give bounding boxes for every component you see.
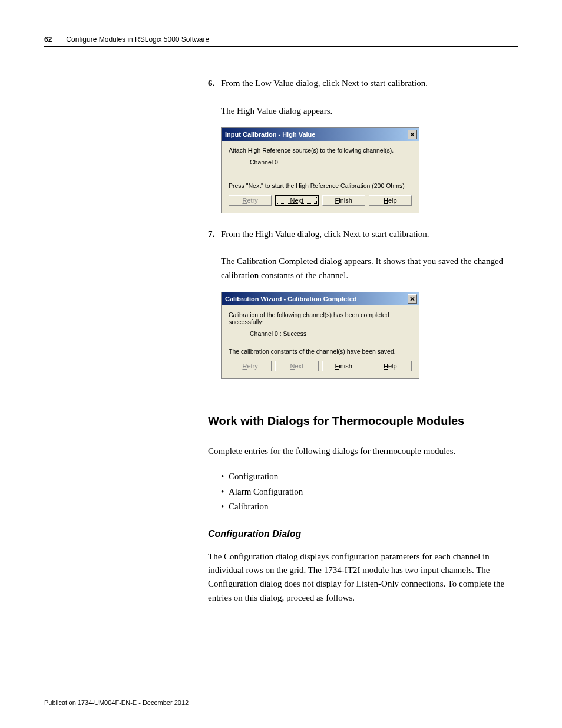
step-6: 6. From the Low Value dialog, click Next…: [208, 77, 518, 90]
list-item: Alarm Configuration: [229, 485, 518, 500]
dialog-titlebar: Input Calibration - High Value: [222, 128, 419, 141]
section-intro: Complete entries for the following dialo…: [208, 444, 518, 458]
step-7: 7. From the High Value dialog, click Nex…: [208, 228, 518, 241]
retry-button: Retry: [229, 195, 272, 206]
close-icon[interactable]: [408, 294, 417, 304]
page-number: 62: [44, 35, 52, 44]
close-icon[interactable]: [408, 130, 417, 139]
dialog-titlebar: Calibration Wizard - Calibration Complet…: [222, 292, 419, 305]
dialog-title: Calibration Wizard - Calibration Complet…: [225, 295, 357, 302]
dialog-body: Calibration of the following channel(s) …: [222, 305, 419, 378]
list-item: Calibration: [229, 499, 518, 515]
dialog-buttons: Retry Next Finish Help: [229, 361, 412, 371]
dialog-channel: Channel 0: [250, 159, 412, 166]
section-heading: Work with Dialogs for Thermocouple Modul…: [208, 414, 518, 428]
step-number: 6.: [208, 77, 221, 90]
step-text: From the High Value dialog, click Next t…: [221, 228, 429, 241]
finish-button[interactable]: Finish: [322, 361, 365, 371]
dialog-text-1: Calibration of the following channel(s) …: [229, 311, 412, 325]
page-header: 62 Configure Modules in RSLogix 5000 Sof…: [44, 35, 518, 47]
dialog-text-2: The calibration constants of the channel…: [229, 348, 412, 355]
dialog-body: Attach High Reference source(s) to the f…: [222, 141, 419, 213]
step-6-follow: The High Value dialog appears.: [221, 104, 518, 118]
dialog-channel: Channel 0 : Success: [250, 330, 412, 337]
main-content: 6. From the Low Value dialog, click Next…: [208, 77, 518, 605]
help-button[interactable]: Help: [369, 195, 412, 206]
bullet-list: Configuration Alarm Configuration Calibr…: [229, 469, 518, 515]
step-7-follow: The Calibration Completed dialog appears…: [221, 255, 518, 282]
dialog-text-1: Attach High Reference source(s) to the f…: [229, 147, 412, 154]
step-text: From the Low Value dialog, click Next to…: [221, 77, 428, 90]
dialog-high-value: Input Calibration - High Value Attach Hi…: [221, 127, 419, 213]
finish-button[interactable]: Finish: [322, 195, 365, 206]
next-button[interactable]: Next: [275, 195, 318, 206]
dialog-buttons: Retry Next Finish Help: [229, 195, 412, 206]
step-number: 7.: [208, 228, 221, 241]
dialog-text-2: Press "Next" to start the High Reference…: [229, 182, 412, 189]
help-button[interactable]: Help: [369, 361, 412, 371]
dialog-calibration-completed: Calibration Wizard - Calibration Complet…: [221, 292, 419, 379]
subsection-heading: Configuration Dialog: [208, 529, 518, 539]
list-item: Configuration: [229, 469, 518, 485]
retry-button: Retry: [229, 361, 272, 371]
next-button: Next: [275, 361, 318, 371]
page-footer: Publication 1734-UM004F-EN-E - December …: [44, 699, 518, 706]
dialog-title: Input Calibration - High Value: [225, 131, 315, 138]
body-paragraph: The Configuration dialog displays config…: [208, 550, 518, 605]
header-section-title: Configure Modules in RSLogix 5000 Softwa…: [66, 35, 209, 44]
